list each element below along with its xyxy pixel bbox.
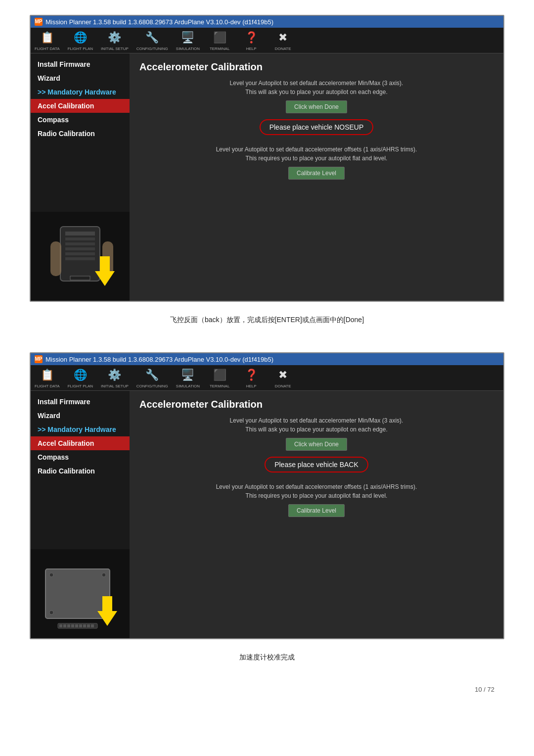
right-panel-1: Accelerometer Calibration Level your Aut…: [130, 53, 503, 212]
toolbar-donate[interactable]: ✖ DONATE: [271, 30, 295, 51]
section-divider: [20, 338, 514, 342]
svg-rect-26: [87, 624, 90, 627]
device-image-1: [31, 212, 130, 301]
sidebar-compass-2[interactable]: Compass: [31, 450, 130, 464]
flight-plan-icon: 🌐: [71, 30, 89, 46]
click-when-done-btn-2[interactable]: Click when Done: [286, 438, 347, 451]
main-content-2: Install Firmware Wizard >> Mandatory Har…: [31, 391, 503, 549]
simulation-label-2: SIMULATION: [176, 384, 200, 388]
app-icon-1: MP: [35, 18, 43, 26]
main-content-1: Install Firmware Wizard >> Mandatory Har…: [31, 53, 503, 212]
right-empty-1: [130, 212, 503, 301]
device-image-2: [31, 549, 130, 638]
help-icon: ❓: [242, 30, 260, 46]
toolbar-simulation[interactable]: 🖥️ SIMULATION: [176, 30, 200, 51]
flight-plan-label-2: FLIGHT PLAN: [68, 384, 93, 388]
flight-data-label-2: FLIGHT DATA: [35, 384, 60, 388]
svg-rect-3: [65, 237, 95, 240]
toolbar-1: 📋 FLIGHT DATA 🌐 FLIGHT PLAN ⚙️ INITIAL S…: [31, 28, 503, 53]
title-bar-1: MP Mission Planner 1.3.58 build 1.3.6808…: [31, 16, 503, 28]
toolbar-config-tuning-2[interactable]: 🔧 CONFIG/TUNING: [136, 367, 168, 388]
help-label-2: HELP: [246, 384, 257, 388]
donate-label: DONATE: [275, 47, 291, 51]
sidebar-mandatory-hardware-1[interactable]: >> Mandatory Hardware: [31, 85, 130, 99]
toolbar-flight-data[interactable]: 📋 FLIGHT DATA: [35, 30, 60, 51]
sidebar-accel-calibration-2[interactable]: Accel Calibration: [31, 436, 130, 450]
panel-desc1-2: Level your Autopilot to set default acce…: [139, 416, 493, 434]
please-place-box-1: Please place vehicle NOSEUP: [260, 119, 374, 135]
svg-rect-25: [83, 624, 86, 627]
app-title-1: Mission Planner 1.3.58 build 1.3.6808.29…: [45, 18, 273, 26]
flight-plan-icon-2: 🌐: [71, 367, 89, 383]
bottom-row-2: [31, 549, 503, 638]
toolbar-help[interactable]: ❓ HELP: [239, 30, 263, 51]
sidebar-wizard-1[interactable]: Wizard: [31, 71, 130, 85]
toolbar-config-tuning[interactable]: 🔧 CONFIG/TUNING: [136, 30, 168, 51]
simulation-label: SIMULATION: [176, 47, 200, 51]
svg-point-16: [49, 611, 53, 614]
panel-desc3-2: Level your Autopilot to set default acce…: [139, 482, 493, 500]
svg-point-14: [49, 573, 53, 577]
donate-icon-2: ✖: [274, 367, 292, 383]
right-panel-2: Accelerometer Calibration Level your Aut…: [130, 391, 503, 549]
app-title-2: Mission Planner 1.3.58 build 1.3.6808.29…: [45, 356, 273, 363]
simulation-icon: 🖥️: [179, 30, 197, 46]
svg-rect-21: [67, 624, 70, 627]
toolbar-initial-setup-2[interactable]: ⚙️ INITIAL SETUP: [101, 367, 129, 388]
toolbar-terminal[interactable]: ⬛ TERMINAL: [208, 30, 231, 51]
title-bar-2: MP Mission Planner 1.3.58 build 1.3.6808…: [31, 353, 503, 365]
toolbar-flight-data-2[interactable]: 📋 FLIGHT DATA: [35, 367, 60, 388]
sidebar-radio-calibration-2[interactable]: Radio Calibration: [31, 464, 130, 478]
config-tuning-icon: 🔧: [143, 30, 161, 46]
svg-rect-2: [65, 232, 95, 236]
svg-rect-6: [65, 252, 95, 255]
page-number: 10 / 72: [20, 686, 514, 693]
sidebar-2: Install Firmware Wizard >> Mandatory Har…: [31, 391, 130, 549]
toolbar-donate-2[interactable]: ✖ DONATE: [271, 367, 295, 388]
initial-setup-icon: ⚙️: [106, 30, 124, 46]
toolbar-terminal-2[interactable]: ⬛ TERMINAL: [208, 367, 231, 388]
sidebar-install-firmware-1[interactable]: Install Firmware: [31, 57, 130, 71]
terminal-label: TERMINAL: [210, 47, 229, 51]
caption-2: 加速度计校准完成: [30, 653, 504, 662]
app-icon-2: MP: [35, 355, 43, 363]
terminal-icon-2: ⬛: [211, 367, 228, 383]
sidebar-accel-calibration-1[interactable]: Accel Calibration: [31, 99, 130, 113]
config-tuning-label-2: CONFIG/TUNING: [136, 384, 168, 388]
toolbar-help-2[interactable]: ❓ HELP: [239, 367, 263, 388]
toolbar-simulation-2[interactable]: 🖥️ SIMULATION: [176, 367, 200, 388]
toolbar-initial-setup[interactable]: ⚙️ INITIAL SETUP: [101, 30, 129, 51]
click-when-done-btn-1[interactable]: Click when Done: [286, 100, 347, 113]
panel-desc1-1: Level your Autopilot to set default acce…: [139, 79, 493, 96]
terminal-icon: ⬛: [211, 30, 228, 46]
screenshot-frame-1: MP Mission Planner 1.3.58 build 1.3.6808…: [30, 15, 504, 302]
config-tuning-label: CONFIG/TUNING: [136, 47, 168, 51]
sidebar-radio-calibration-1[interactable]: Radio Calibration: [31, 127, 130, 141]
help-icon-2: ❓: [242, 367, 260, 383]
sidebar-install-firmware-2[interactable]: Install Firmware: [31, 395, 130, 409]
svg-rect-9: [50, 241, 61, 276]
initial-setup-label-2: INITIAL SETUP: [101, 384, 129, 388]
toolbar-flight-plan[interactable]: 🌐 FLIGHT PLAN: [68, 30, 93, 51]
sidebar-1: Install Firmware Wizard >> Mandatory Har…: [31, 53, 130, 212]
calibrate-level-btn-2[interactable]: Calibrate Level: [288, 504, 345, 517]
svg-rect-7: [65, 257, 95, 260]
donate-icon: ✖: [274, 30, 292, 46]
sidebar-compass-1[interactable]: Compass: [31, 113, 130, 127]
right-empty-2: [130, 549, 503, 638]
device-visual-1: [31, 212, 125, 298]
screenshot-frame-2: MP Mission Planner 1.3.58 build 1.3.6808…: [30, 352, 504, 639]
config-tuning-icon-2: 🔧: [143, 367, 161, 383]
calibrate-level-btn-1[interactable]: Calibrate Level: [288, 167, 345, 180]
svg-rect-24: [79, 624, 82, 627]
terminal-label-2: TERMINAL: [210, 384, 229, 388]
please-place-container-1: Please place vehicle NOSEUP: [139, 119, 493, 140]
sidebar-wizard-2[interactable]: Wizard: [31, 409, 130, 423]
help-label: HELP: [246, 47, 257, 51]
toolbar-flight-plan-2[interactable]: 🌐 FLIGHT PLAN: [68, 367, 93, 388]
svg-rect-4: [65, 242, 95, 245]
sidebar-mandatory-hardware-2[interactable]: >> Mandatory Hardware: [31, 423, 130, 436]
panel-desc3-1: Level your Autopilot to set default acce…: [139, 145, 493, 163]
toolbar-2: 📋 FLIGHT DATA 🌐 FLIGHT PLAN ⚙️ INITIAL S…: [31, 365, 503, 391]
svg-rect-22: [71, 624, 74, 627]
